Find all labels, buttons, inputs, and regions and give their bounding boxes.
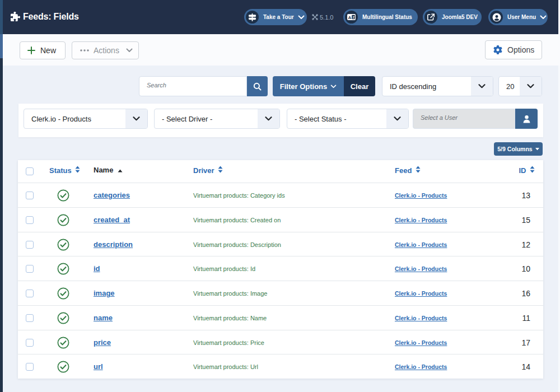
svg-text:A: A [348,15,352,20]
svg-text:Z: Z [352,16,354,19]
